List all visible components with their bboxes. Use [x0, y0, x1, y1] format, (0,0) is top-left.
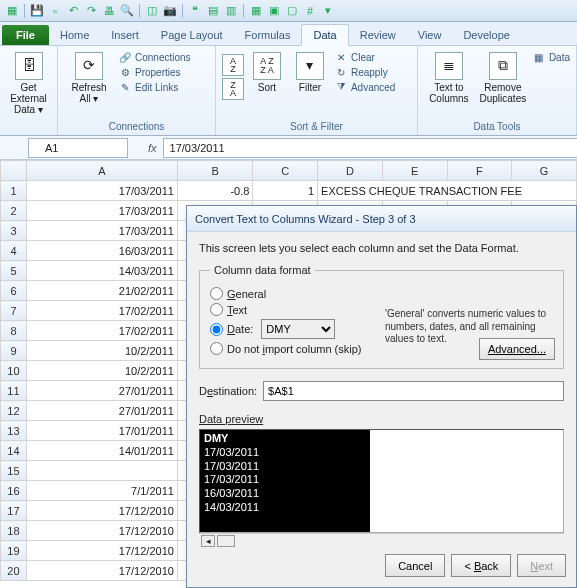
col-header-E[interactable]: E	[382, 161, 447, 181]
sort-button[interactable]: A ZZ A Sort	[248, 48, 286, 93]
col-header-F[interactable]: F	[447, 161, 512, 181]
tab-view[interactable]: View	[407, 25, 453, 45]
remove-duplicates-button[interactable]: ⧉ Remove Duplicates	[478, 48, 528, 104]
row-header[interactable]: 8	[1, 321, 27, 341]
select-all-corner[interactable]	[1, 161, 27, 181]
row-header[interactable]: 1	[1, 181, 27, 201]
snap-icon[interactable]: ◫	[144, 3, 160, 19]
row-header[interactable]: 17	[1, 501, 27, 521]
print-icon[interactable]: 🖶	[101, 3, 117, 19]
redo-icon[interactable]: ↷	[83, 3, 99, 19]
cell[interactable]: 10/2/2011	[26, 341, 177, 361]
date-format-select[interactable]: DMY	[261, 319, 335, 339]
dv-item[interactable]: ▦Data	[532, 50, 570, 64]
col-header-A[interactable]: A	[26, 161, 177, 181]
cell[interactable]: 10/2/2011	[26, 361, 177, 381]
sort-desc-button[interactable]: ZA	[222, 78, 244, 100]
properties-item[interactable]: ⚙Properties	[118, 65, 191, 79]
preview-scrollbar[interactable]: ◂	[199, 533, 564, 547]
cell[interactable]: 17/12/2010	[26, 521, 177, 541]
col-header-D[interactable]: D	[318, 161, 383, 181]
cell[interactable]: 14/01/2011	[26, 441, 177, 461]
undo-icon[interactable]: ↶	[65, 3, 81, 19]
cell[interactable]: 1	[253, 181, 318, 201]
cell[interactable]: 17/12/2010	[26, 561, 177, 581]
calc2-icon[interactable]: ▥	[223, 3, 239, 19]
tab-insert[interactable]: Insert	[100, 25, 150, 45]
tab-data[interactable]: Data	[301, 24, 348, 46]
cell[interactable]: 17/01/2011	[26, 421, 177, 441]
tab-review[interactable]: Review	[349, 25, 407, 45]
tab-developer[interactable]: Develope	[452, 25, 520, 45]
row-header[interactable]: 15	[1, 461, 27, 481]
save-icon[interactable]: 💾	[29, 3, 45, 19]
cell[interactable]: 17/12/2010	[26, 501, 177, 521]
row-header[interactable]: 11	[1, 381, 27, 401]
new-icon[interactable]: ▫	[47, 3, 63, 19]
cell[interactable]: 27/01/2011	[26, 381, 177, 401]
qat-more-icon[interactable]: ▾	[320, 3, 336, 19]
preview-icon[interactable]: 🔍	[119, 3, 135, 19]
cell[interactable]: 7/1/2011	[26, 481, 177, 501]
cell[interactable]	[26, 461, 177, 481]
row-header[interactable]: 14	[1, 441, 27, 461]
row-header[interactable]: 18	[1, 521, 27, 541]
tab-file[interactable]: File	[2, 25, 49, 45]
tab-home[interactable]: Home	[49, 25, 100, 45]
col-header-C[interactable]: C	[253, 161, 318, 181]
row-header[interactable]: 9	[1, 341, 27, 361]
cell[interactable]: 16/03/2011	[26, 241, 177, 261]
cell[interactable]: 17/03/2011	[26, 181, 177, 201]
connections-item[interactable]: 🔗Connections	[118, 50, 191, 64]
tab-formulas[interactable]: Formulas	[234, 25, 302, 45]
filter-button[interactable]: ▾ Filter	[290, 48, 330, 93]
row-header[interactable]: 6	[1, 281, 27, 301]
row-header[interactable]: 16	[1, 481, 27, 501]
row-header[interactable]: 13	[1, 421, 27, 441]
formula-input[interactable]: 17/03/2011	[163, 138, 577, 158]
sort-asc-button[interactable]: AZ	[222, 54, 244, 76]
back-button[interactable]: < Back	[451, 554, 511, 577]
edit-links-item[interactable]: ✎Edit Links	[118, 80, 191, 94]
border2-icon[interactable]: ▣	[266, 3, 282, 19]
row-header[interactable]: 2	[1, 201, 27, 221]
fx-icon[interactable]: fx	[148, 142, 157, 154]
get-external-data-button[interactable]: 🗄 Get External Data ▾	[6, 48, 51, 115]
camera-icon[interactable]: 📷	[162, 3, 178, 19]
reapply-item[interactable]: ↻Reapply	[334, 65, 395, 79]
cancel-button[interactable]: Cancel	[385, 554, 445, 577]
cell[interactable]: 17/03/2011	[26, 201, 177, 221]
advanced-button[interactable]: Advanced...	[479, 338, 555, 360]
scroll-left-icon[interactable]: ◂	[201, 535, 215, 547]
row-header[interactable]: 7	[1, 301, 27, 321]
row-header[interactable]: 10	[1, 361, 27, 381]
row-header[interactable]: 5	[1, 261, 27, 281]
text-to-columns-button[interactable]: ≣ Text to Columns	[424, 48, 474, 104]
cell[interactable]: 21/02/2011	[26, 281, 177, 301]
name-box[interactable]: A1	[28, 138, 128, 158]
row-header[interactable]: 20	[1, 561, 27, 581]
cell[interactable]: 17/12/2010	[26, 541, 177, 561]
border3-icon[interactable]: ▢	[284, 3, 300, 19]
destination-input[interactable]	[263, 381, 564, 401]
advanced-item[interactable]: ⧩Advanced	[334, 80, 395, 94]
refresh-all-button[interactable]: ⟳ Refresh All ▾	[64, 48, 114, 104]
radio-general[interactable]	[210, 287, 223, 300]
cell[interactable]: 14/03/2011	[26, 261, 177, 281]
quote-icon[interactable]: ❝	[187, 3, 203, 19]
row-header[interactable]: 3	[1, 221, 27, 241]
cell[interactable]: EXCESS CHEQUE TRANSACTION FEE	[318, 181, 577, 201]
cell[interactable]: 17/03/2011	[26, 221, 177, 241]
radio-general-row[interactable]: GGeneraleneral	[210, 287, 553, 300]
radio-date[interactable]	[210, 323, 223, 336]
radio-skip[interactable]	[210, 342, 223, 355]
cell[interactable]: 27/01/2011	[26, 401, 177, 421]
scroll-thumb[interactable]	[217, 535, 235, 547]
col-header-B[interactable]: B	[177, 161, 253, 181]
border4-icon[interactable]: #	[302, 3, 318, 19]
radio-text[interactable]	[210, 303, 223, 316]
row-header[interactable]: 4	[1, 241, 27, 261]
cell[interactable]: 17/02/2011	[26, 321, 177, 341]
border1-icon[interactable]: ▦	[248, 3, 264, 19]
calc-icon[interactable]: ▤	[205, 3, 221, 19]
